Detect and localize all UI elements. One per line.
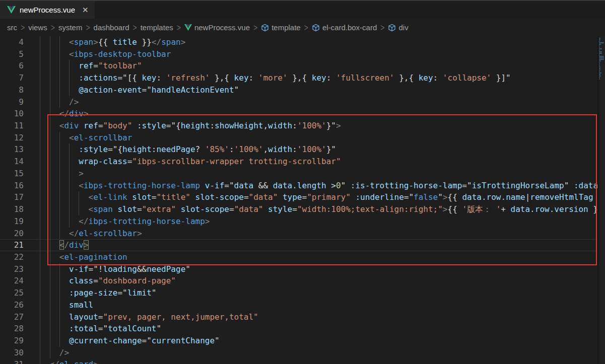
code-line[interactable]: 27 layout="prev, pager, next,jumper,tota…	[0, 311, 597, 323]
indent-guide	[69, 84, 70, 96]
code-line[interactable]: 21 </div>	[0, 239, 597, 251]
indent-guide	[69, 156, 70, 168]
indent-guide	[79, 191, 79, 203]
minimap-line	[599, 44, 601, 45]
code-line[interactable]: 25 :page-size="limit"	[0, 287, 597, 299]
indent-guide	[59, 48, 60, 60]
close-icon[interactable]: ✕	[82, 6, 89, 14]
indent-guide	[59, 275, 60, 287]
indent-guide	[40, 132, 40, 144]
code-line-content: :total="totalCount"	[30, 323, 597, 335]
indent-guide	[40, 84, 40, 96]
breadcrumb-item-newprocess-vue[interactable]: newProcess.vue	[184, 23, 250, 32]
indent-guide	[59, 215, 60, 228]
indent-guide	[50, 287, 50, 299]
indent-guide	[50, 84, 50, 96]
indent-guide	[50, 108, 50, 120]
indent-guide	[59, 228, 60, 240]
line-number: 23	[0, 263, 30, 275]
breadcrumb-item-el-card-box-card[interactable]: el-card.box-card	[312, 23, 377, 32]
line-number: 29	[0, 335, 30, 347]
breadcrumb-item-system[interactable]: system	[58, 23, 83, 32]
indent-guide	[50, 215, 50, 228]
indent-guide	[40, 108, 40, 120]
breadcrumb-item-templates[interactable]: templates	[141, 23, 173, 32]
code-line[interactable]: 10 </div>	[0, 108, 597, 120]
breadcrumb-item-template[interactable]: template	[261, 23, 301, 32]
editor-tab-bar: newProcess.vue ✕	[0, 0, 605, 19]
minimap[interactable]	[597, 36, 605, 364]
code-line[interactable]: 23 v-if="!loading&&needPage"	[0, 263, 597, 275]
minimap-line	[599, 45, 600, 46]
code-line[interactable]: 24 class="doshboard-page"	[0, 275, 597, 287]
breadcrumb-separator: >	[177, 23, 181, 33]
code-line[interactable]: 5 <ibps-desktop-toolbar	[0, 48, 597, 60]
indent-guide	[59, 287, 60, 299]
code-line[interactable]: 20 </el-scrollbar>	[0, 228, 597, 240]
breadcrumb-item-src[interactable]: src	[7, 23, 17, 32]
code-line[interactable]: 6 ref="toolbar"	[0, 60, 597, 72]
code-line[interactable]: 15 >	[0, 168, 597, 180]
indent-guide	[40, 335, 40, 347]
indent-guide	[50, 120, 50, 132]
code-line-content: </div>	[30, 108, 597, 120]
indent-guide	[59, 84, 60, 96]
code-line[interactable]: 8 @action-event="handleActionEvent"	[0, 84, 597, 96]
code-line[interactable]: 28 :total="totalCount"	[0, 323, 597, 335]
code-line-content: />	[30, 347, 597, 359]
indent-guide	[40, 143, 40, 156]
minimap-line	[599, 39, 600, 40]
line-number: 4	[0, 36, 30, 48]
indent-guide	[40, 215, 40, 228]
code-line[interactable]: 9 />	[0, 96, 597, 108]
indent-guide	[40, 358, 40, 364]
indent-guide	[40, 168, 40, 180]
indent-guide	[40, 299, 40, 311]
code-line[interactable]: 14 wrap-class="ibps-scrollbar-wrapper tr…	[0, 156, 597, 168]
code-line[interactable]: 29 @current-change="currentChange"	[0, 335, 597, 347]
line-number: 5	[0, 48, 30, 60]
breadcrumb-label: dashboard	[94, 23, 129, 32]
code-line-content: <div ref="body" :style="{height:showHeig…	[30, 120, 597, 132]
code-line-content: >	[30, 168, 597, 180]
code-line[interactable]: 12 <el-scrollbar	[0, 132, 597, 144]
indent-guide	[59, 335, 60, 347]
breadcrumb-label: src	[7, 23, 17, 32]
indent-guide	[50, 191, 50, 203]
code-line[interactable]: 31 </el-card>	[0, 358, 597, 364]
indent-guide	[69, 143, 70, 156]
code-line[interactable]: 7 :actions="[{ key: 'refresh' },{ key: '…	[0, 72, 597, 84]
breadcrumb-item-dashboard[interactable]: dashboard	[94, 23, 129, 32]
indent-guide	[50, 156, 50, 168]
breadcrumb-separator: >	[133, 23, 137, 33]
indent-guide	[40, 347, 40, 359]
code-line[interactable]: 22 <el-pagination	[0, 251, 597, 263]
tab-label: newProcess.vue	[20, 6, 75, 14]
code-line[interactable]: 16 <ibps-trotting-horse-lamp v-if="data …	[0, 180, 597, 192]
code-line[interactable]: 17 <el-link slot="title" slot-scope="dat…	[0, 191, 597, 203]
code-line-content: :actions="[{ key: 'refresh' },{ key: 'mo…	[30, 72, 597, 84]
code-line-content: <ibps-trotting-horse-lamp v-if="data && …	[30, 180, 597, 192]
minimap-line	[599, 41, 600, 42]
code-line[interactable]: 4 <span>{{ title }}</span>	[0, 36, 597, 48]
minimap-line	[599, 57, 604, 58]
code-line[interactable]: 30 />	[0, 347, 597, 359]
code-line[interactable]: 19 </ibps-trotting-horse-lamp>	[0, 215, 597, 228]
symbol-cube-icon	[261, 24, 269, 32]
breadcrumb-item-views[interactable]: views	[28, 23, 47, 32]
breadcrumb-item-div[interactable]: div	[388, 23, 408, 32]
code-editor[interactable]: 4 <span>{{ title }}</span>5 <ibps-deskto…	[0, 36, 597, 364]
tab-newprocess-vue[interactable]: newProcess.vue ✕	[0, 1, 95, 19]
indent-guide	[50, 180, 50, 192]
indent-guide	[69, 72, 70, 84]
code-line-content: :style="{height:needPage? '85%':'100%',w…	[30, 143, 597, 156]
symbol-cube-icon	[312, 24, 320, 32]
code-line[interactable]: 18 <span slot="extra" slot-scope="data" …	[0, 203, 597, 215]
code-line[interactable]: 11 <div ref="body" :style="{height:showH…	[0, 120, 597, 132]
indent-guide	[50, 335, 50, 347]
indent-guide	[59, 168, 60, 180]
code-line[interactable]: 26 small	[0, 299, 597, 311]
code-line[interactable]: 13 :style="{height:needPage? '85%':'100%…	[0, 143, 597, 156]
indent-guide	[59, 36, 60, 48]
code-line-content: <ibps-desktop-toolbar	[30, 48, 597, 60]
